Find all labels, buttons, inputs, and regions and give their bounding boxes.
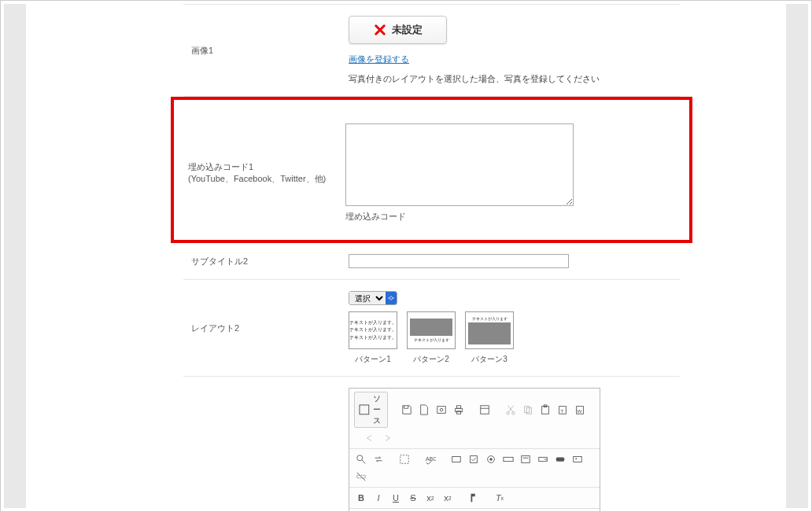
selectall-icon[interactable] xyxy=(397,452,412,466)
embed-code-highlight: 埋め込みコード1 (YouTube、Facebook、Twitter、他) 埋め… xyxy=(171,97,692,243)
copyformat-icon[interactable] xyxy=(467,491,481,505)
app-frame: 画像1 未設定 画像を登録する 写真付きのレイアウトを選択した場合、写真を登録し… xyxy=(0,0,812,512)
svg-rect-20 xyxy=(400,455,409,464)
svg-point-2 xyxy=(440,408,443,411)
label-contents2: コンテンツ2 xyxy=(183,385,341,512)
textfield-icon[interactable] xyxy=(501,452,515,466)
admin-panel: 画像1 未設定 画像を登録する 写真付きのレイアウトを選択した場合、写真を登録し… xyxy=(4,4,808,508)
subscript-icon[interactable]: x2 xyxy=(423,491,437,505)
template-icon[interactable] xyxy=(478,403,492,417)
pattern-box-2: テキストが入ります xyxy=(407,311,456,349)
preview-icon[interactable] xyxy=(434,403,448,417)
source-icon xyxy=(358,403,371,416)
label-layout2: レイアウト2 xyxy=(183,288,341,368)
label-text: レイアウト2 xyxy=(191,322,333,334)
radio-icon[interactable] xyxy=(484,452,498,466)
right-gutter xyxy=(786,4,808,508)
field-embed1: 埋め込みコード xyxy=(338,120,683,226)
button-icon[interactable] xyxy=(553,452,567,466)
pattern-3-label: パターン3 xyxy=(471,354,507,365)
strike-icon[interactable]: S xyxy=(406,491,420,505)
layout-patterns: テキストが入ります。 テキストが入ります。 テキストが入ります。 パターン1 テ… xyxy=(349,311,672,365)
svg-rect-23 xyxy=(471,456,478,463)
save-icon[interactable] xyxy=(400,403,414,417)
toolbar-row-3: B I U S x2 x2 Tx xyxy=(349,488,600,509)
label-embed1: 埋め込みコード1 (YouTube、Facebook、Twitter、他) xyxy=(180,120,338,226)
bold-icon[interactable]: B xyxy=(354,491,368,505)
pattern-img-placeholder xyxy=(410,319,452,336)
svg-line-34 xyxy=(357,473,366,481)
select-icon[interactable] xyxy=(536,452,550,466)
field-image1: 未設定 画像を登録する 写真付きのレイアウトを選択した場合、写真を登録してくださ… xyxy=(341,13,680,88)
svg-point-32 xyxy=(575,458,577,459)
pattern-2[interactable]: テキストが入ります パターン2 xyxy=(407,311,456,365)
rich-text-editor: ソース T xyxy=(349,388,600,512)
pattern-3[interactable]: テキストが入ります パターン3 xyxy=(465,311,514,365)
pattern-2-label: パターン2 xyxy=(413,354,449,365)
x-icon xyxy=(373,23,387,37)
imagebutton-icon[interactable] xyxy=(570,452,585,466)
svg-rect-0 xyxy=(360,405,369,414)
pattern-1-label: パターン1 xyxy=(355,354,391,365)
hiddenfield-icon[interactable] xyxy=(354,470,368,484)
svg-point-25 xyxy=(489,458,493,461)
spellcheck-icon[interactable]: ABC xyxy=(423,452,437,466)
print-icon[interactable] xyxy=(452,403,466,417)
layout-select[interactable]: 選択 xyxy=(349,292,386,304)
copy-icon[interactable] xyxy=(521,403,535,417)
select-arrow-icon xyxy=(386,292,397,304)
register-image-link[interactable]: 画像を登録する xyxy=(349,53,409,65)
label-embed1-line2: (YouTube、Facebook、Twitter、他) xyxy=(188,173,330,185)
find-icon[interactable] xyxy=(354,452,368,466)
svg-rect-30 xyxy=(556,457,565,461)
label-text: サブタイトル2 xyxy=(191,256,333,267)
field-contents2: ソース T xyxy=(341,385,680,512)
svg-rect-4 xyxy=(456,406,460,409)
left-gutter xyxy=(4,4,26,508)
removeformat-icon[interactable]: Tx xyxy=(493,491,507,505)
svg-rect-22 xyxy=(452,457,461,462)
underline-icon[interactable]: U xyxy=(389,491,403,505)
svg-rect-31 xyxy=(574,457,582,462)
toolbar-row-4: 123 " DIV xyxy=(349,509,600,512)
embed-code-textarea[interactable] xyxy=(345,123,574,206)
pattern-1[interactable]: テキストが入ります。 テキストが入ります。 テキストが入ります。 パターン1 xyxy=(349,311,397,365)
subtitle2-input[interactable] xyxy=(349,254,569,268)
label-image1: 画像1 xyxy=(183,13,341,88)
redo-icon[interactable] xyxy=(380,431,394,445)
paste-icon[interactable] xyxy=(538,403,552,417)
row-subtitle2: サブタイトル2 xyxy=(183,243,680,280)
field-layout2: 選択 テキストが入ります。 テキストが入ります。 テキストが入ります。 xyxy=(341,288,680,368)
pattern-box-3: テキストが入ります xyxy=(465,311,514,349)
svg-text:ABC: ABC xyxy=(426,456,436,462)
layout-select-wrap[interactable]: 選択 xyxy=(349,291,397,305)
toolbar-row-2: ABC xyxy=(349,449,600,488)
form-content: 画像1 未設定 画像を登録する 写真付きのレイアウトを選択した場合、写真を登録し… xyxy=(26,4,786,512)
svg-rect-6 xyxy=(481,406,489,414)
replace-icon[interactable] xyxy=(371,452,386,466)
not-set-button[interactable]: 未設定 xyxy=(349,16,447,44)
row-embed1: 埋め込みコード1 (YouTube、Facebook、Twitter、他) 埋め… xyxy=(180,109,683,230)
textarea-icon[interactable] xyxy=(519,452,533,466)
svg-rect-12 xyxy=(542,407,549,414)
pattern-img-placeholder xyxy=(468,322,511,344)
embed-code-caption: 埋め込みコード xyxy=(345,211,675,223)
undo-icon[interactable] xyxy=(363,431,377,445)
italic-icon[interactable]: I xyxy=(371,491,386,505)
paste-word-icon[interactable]: W xyxy=(573,403,587,417)
row-image1: 画像1 未設定 画像を登録する 写真付きのレイアウトを選択した場合、写真を登録し… xyxy=(183,5,680,97)
label-text: 画像1 xyxy=(191,45,333,57)
field-subtitle2 xyxy=(341,251,680,271)
superscript-icon[interactable]: x2 xyxy=(441,491,455,505)
svg-point-18 xyxy=(357,455,363,461)
newpage-icon[interactable] xyxy=(417,403,431,417)
source-button[interactable]: ソース xyxy=(354,392,388,428)
paste-text-icon[interactable]: T xyxy=(555,403,570,417)
toolbar-row-1: ソース T xyxy=(349,389,600,449)
svg-text:T: T xyxy=(560,408,563,414)
pattern-box-1: テキストが入ります。 テキストが入ります。 テキストが入ります。 xyxy=(349,311,397,349)
checkbox-icon[interactable] xyxy=(467,452,481,466)
cut-icon[interactable] xyxy=(504,403,518,417)
svg-rect-26 xyxy=(504,457,513,461)
form-icon[interactable] xyxy=(449,452,463,466)
